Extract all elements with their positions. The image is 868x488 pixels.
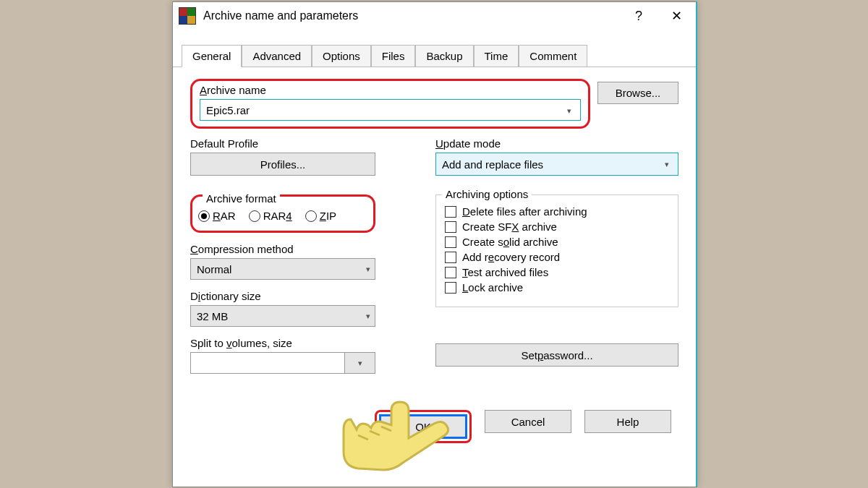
compression-value: Normal (197, 263, 231, 275)
browse-button[interactable]: Browse... (597, 82, 678, 104)
split-label: Split to volumes, size (190, 337, 375, 349)
close-button[interactable]: ✕ (664, 6, 689, 26)
help-button[interactable]: ? (626, 6, 651, 26)
chevron-down-icon[interactable]: ▾ (366, 312, 370, 321)
chevron-down-icon[interactable]: ▾ (561, 103, 577, 119)
help-button-footer[interactable]: Help (584, 410, 671, 433)
chk-test[interactable]: Test archived files (445, 266, 669, 278)
dictionary-value: 32 MB (197, 310, 228, 322)
chevron-down-icon[interactable]: ▾ (659, 156, 675, 172)
tab-time[interactable]: Time (474, 45, 519, 67)
archive-name-input[interactable]: Epic5.rar ▾ (200, 99, 581, 121)
cancel-button[interactable]: Cancel (485, 410, 571, 433)
radio-rar4[interactable]: RAR4 (249, 210, 292, 222)
profiles-button[interactable]: Profiles... (190, 153, 375, 176)
compression-select[interactable]: Normal▾ (190, 258, 375, 280)
ok-button[interactable]: OK (379, 414, 467, 439)
compression-label: Compression method (190, 243, 375, 255)
archiving-options-group: Archiving options Delete files after arc… (435, 194, 678, 307)
chk-recovery[interactable]: Add recovery record (445, 251, 669, 263)
set-password-button[interactable]: Set password... (435, 343, 678, 367)
dictionary-select[interactable]: 32 MB▾ (190, 305, 375, 327)
chk-create-sfx[interactable]: Create SFX archive (445, 221, 669, 233)
chk-solid[interactable]: Create solid archive (445, 236, 669, 248)
archive-format-legend: Archive format (203, 192, 280, 205)
radio-rar[interactable]: RAR (198, 210, 236, 222)
tab-general[interactable]: General (182, 45, 242, 67)
archiving-options-legend: Archiving options (442, 188, 532, 200)
archive-name-value: Epic5.rar (206, 104, 250, 116)
archive-format-highlight: Archive format RAR RAR4 ZIP (190, 194, 375, 233)
update-mode-value: Add and replace files (442, 158, 543, 171)
tab-bar: General Advanced Options Files Backup Ti… (173, 43, 696, 67)
chk-lock[interactable]: Lock archive (445, 281, 669, 294)
split-size-dropdown[interactable]: ▾ (345, 352, 375, 374)
update-mode-select[interactable]: Add and replace files ▾ (435, 153, 678, 176)
update-mode-label: Update mode (435, 137, 678, 150)
default-profile-label: Default Profile (190, 137, 375, 150)
tab-comment[interactable]: Comment (519, 45, 587, 67)
dialog-footer: OK Cancel Help (173, 403, 696, 443)
winrar-icon (179, 7, 196, 25)
radio-zip[interactable]: ZIP (305, 210, 336, 222)
tab-advanced[interactable]: Advanced (242, 45, 312, 67)
chevron-down-icon[interactable]: ▾ (366, 265, 370, 274)
archive-dialog: Archive name and parameters ? ✕ General … (172, 1, 697, 487)
split-size-input[interactable] (190, 352, 345, 374)
archive-name-label: Archive name (200, 84, 581, 96)
chk-delete-after[interactable]: Delete files after archiving (445, 205, 669, 218)
dictionary-label: Dictionary size (190, 290, 375, 302)
ok-button-highlight: OK (375, 410, 472, 443)
titlebar: Archive name and parameters ? ✕ (173, 2, 696, 30)
tab-backup[interactable]: Backup (415, 45, 473, 67)
tab-files[interactable]: Files (371, 45, 416, 67)
archive-name-highlight: Archive name Epic5.rar ▾ (190, 79, 590, 129)
window-title: Archive name and parameters (203, 9, 626, 22)
tab-options[interactable]: Options (312, 45, 371, 67)
